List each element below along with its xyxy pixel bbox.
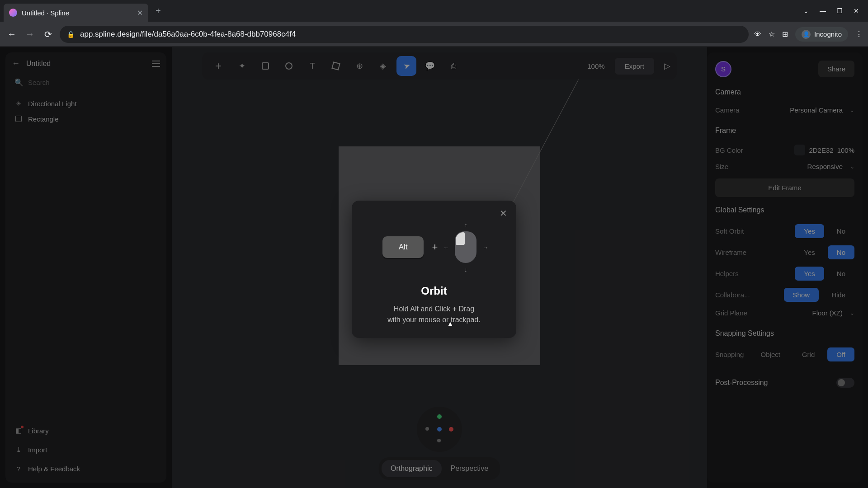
search-box[interactable]: 🔍 (12, 75, 160, 90)
library-button[interactable]: ◧ Library (12, 423, 160, 438)
window-close-icon[interactable]: ✕ (854, 7, 859, 14)
text-tool-icon[interactable]: T (302, 56, 322, 76)
library-icon: ◧ (14, 427, 23, 435)
arrow-right-icon: → (482, 244, 488, 251)
document-title[interactable]: Untitled (26, 60, 146, 68)
incognito-eye-icon[interactable]: 👁 (754, 30, 761, 38)
global-section-title: Global Settings (715, 206, 854, 214)
camera-label: Camera (715, 106, 739, 114)
collab-hide[interactable]: Hide (822, 288, 854, 302)
incognito-badge[interactable]: 👤 Incognito (795, 27, 848, 42)
camera-tool-icon[interactable]: ⎙ (443, 56, 463, 76)
new-tab-button[interactable]: + (156, 6, 161, 16)
helpers-no[interactable]: No (828, 267, 854, 281)
user-avatar[interactable]: S (715, 61, 731, 77)
collab-show[interactable]: Show (784, 288, 819, 302)
chevron-down-icon: ⌄ (850, 107, 854, 113)
soft-orbit-yes[interactable]: Yes (795, 224, 824, 238)
bgcolor-row[interactable]: BG Color 2D2E32 100% (715, 141, 854, 159)
bookmark-star-icon[interactable]: ☆ (769, 30, 775, 38)
edit-frame-button[interactable]: Edit Frame (715, 178, 854, 197)
gizmo-x-axis[interactable] (449, 427, 453, 432)
grid-plane-label: Grid Plane (715, 309, 747, 317)
perspective-option[interactable]: Perspective (441, 460, 497, 477)
modal-title: Orbit (364, 285, 504, 297)
comment-tool-icon[interactable]: 💬 (420, 56, 440, 76)
browser-tab[interactable]: Untitled · Spline ✕ (4, 4, 148, 22)
help-label: Help & Feedback (28, 465, 80, 473)
lock-icon: 🔒 (67, 31, 75, 38)
size-row[interactable]: Size Responsive ⌄ (715, 159, 854, 174)
add-button[interactable]: + (208, 56, 228, 76)
layer-item-rectangle[interactable]: Rectangle (12, 111, 160, 127)
help-button[interactable]: ? Help & Feedback (12, 461, 160, 476)
nav-back-icon[interactable]: ← (5, 29, 18, 39)
app-root: ← Untitled 🔍 ☀ Directional Light Rectang… (0, 47, 868, 488)
hamburger-menu-icon[interactable] (152, 61, 160, 67)
cube-tool-icon[interactable] (326, 56, 346, 76)
tag-tool-icon[interactable]: ◈ (373, 56, 393, 76)
bgcolor-label: BG Color (715, 146, 743, 154)
soft-orbit-label: Soft Orbit (715, 227, 744, 235)
frame-section-title: Frame (715, 127, 854, 135)
shapes-tool-icon[interactable]: ✦ (232, 56, 252, 76)
helpers-label: Helpers (715, 270, 739, 277)
import-button[interactable]: ⤓ Import (12, 442, 160, 457)
helpers-yes[interactable]: Yes (795, 267, 824, 281)
rectangle-icon (14, 115, 23, 123)
gizmo-neg-x[interactable] (425, 427, 429, 431)
back-arrow-icon[interactable]: ← (12, 59, 20, 68)
extensions-icon[interactable]: ⊞ (782, 30, 788, 38)
grid-plane-row[interactable]: Grid Plane Floor (XZ) ⌄ (715, 305, 854, 320)
ellipse-tool-icon[interactable] (279, 56, 299, 76)
tab-close-icon[interactable]: ✕ (137, 9, 143, 17)
gizmo-y-axis[interactable] (437, 414, 442, 419)
orthographic-option[interactable]: Orthographic (382, 460, 442, 477)
tabs-dropdown-icon[interactable]: ⌄ (803, 7, 809, 14)
color-swatch[interactable] (794, 145, 805, 155)
search-input[interactable] (28, 79, 157, 86)
export-button[interactable]: Export (615, 58, 654, 75)
camera-section-title: Camera (715, 88, 854, 96)
size-value: Responsive (807, 163, 843, 170)
play-button-icon[interactable]: ▷ (664, 61, 670, 71)
gizmo-z-axis[interactable] (437, 427, 442, 432)
mouse-visual: ↑ ↓ ← → (446, 222, 486, 272)
library-label: Library (28, 427, 49, 435)
layer-item-directional-light[interactable]: ☀ Directional Light (12, 96, 160, 111)
snapping-object[interactable]: Object (752, 347, 789, 361)
view-mode-toggle: Orthographic Perspective (379, 457, 500, 480)
snapping-off[interactable]: Off (827, 347, 854, 361)
soft-orbit-no[interactable]: No (828, 224, 854, 238)
zoom-level[interactable]: 100% (587, 62, 604, 70)
layer-label: Rectangle (28, 115, 59, 123)
sphere-tool-icon[interactable]: ⊕ (349, 56, 369, 76)
nav-reload-icon[interactable]: ⟳ (42, 29, 54, 40)
camera-row[interactable]: Camera Personal Camera ⌄ (715, 103, 854, 117)
gizmo-neg-y[interactable] (437, 439, 441, 442)
layer-label: Directional Light (28, 100, 77, 108)
snapping-grid[interactable]: Grid (793, 347, 824, 361)
nav-forward-icon[interactable]: → (24, 29, 36, 39)
orientation-gizmo[interactable] (417, 407, 462, 452)
window-maximize-icon[interactable]: ❐ (837, 7, 843, 14)
rectangle-tool-icon[interactable] (255, 56, 275, 76)
window-minimize-icon[interactable]: — (820, 7, 826, 14)
wireframe-no[interactable]: No (828, 245, 854, 259)
light-icon: ☀ (14, 99, 23, 108)
modal-close-icon[interactable]: ✕ (500, 208, 507, 219)
left-panel: ← Untitled 🔍 ☀ Directional Light Rectang… (5, 52, 166, 483)
wireframe-label: Wireframe (715, 249, 746, 256)
post-processing-toggle[interactable] (836, 378, 854, 388)
share-button[interactable]: Share (818, 61, 854, 77)
bgcolor-hex: 2D2E32 (809, 146, 833, 154)
arrow-up-icon: ↑ (464, 221, 467, 228)
cursor-tool-icon[interactable]: ➤ (396, 56, 416, 76)
wireframe-yes[interactable]: Yes (795, 245, 824, 259)
address-bar[interactable]: 🔒 app.spline.design/file/da56a0aa-6c0b-4… (60, 26, 749, 43)
browser-menu-icon[interactable]: ⋮ (855, 30, 863, 38)
search-icon: 🔍 (14, 78, 24, 87)
modal-desc-line2: with your mouse or trackpad. (364, 314, 504, 325)
import-label: Import (28, 446, 47, 454)
url-text: app.spline.design/file/da56a0aa-6c0b-4fe… (80, 30, 296, 39)
